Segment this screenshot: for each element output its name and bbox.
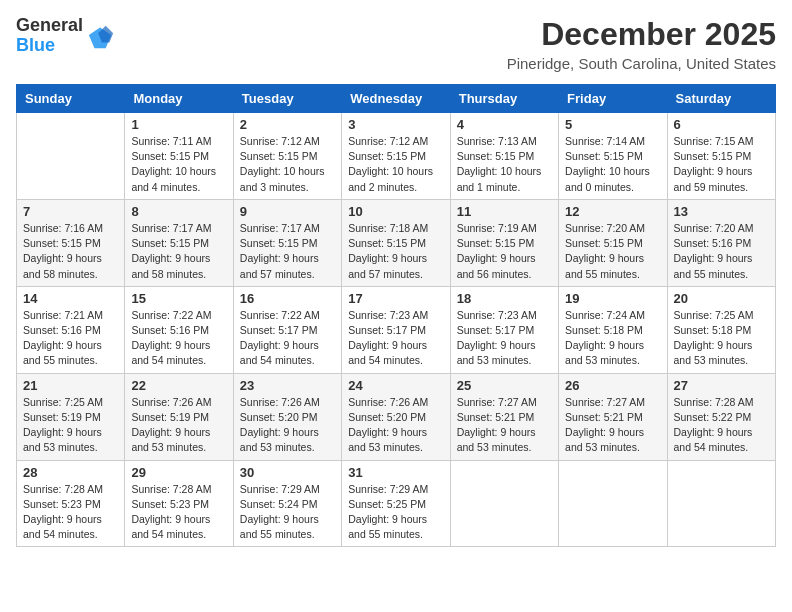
day-info: Sunrise: 7:25 AMSunset: 5:19 PMDaylight:… xyxy=(23,395,118,456)
calendar-week-row: 1Sunrise: 7:11 AMSunset: 5:15 PMDaylight… xyxy=(17,113,776,200)
calendar-week-row: 28Sunrise: 7:28 AMSunset: 5:23 PMDayligh… xyxy=(17,460,776,547)
day-info: Sunrise: 7:29 AMSunset: 5:24 PMDaylight:… xyxy=(240,482,335,543)
day-number: 11 xyxy=(457,204,552,219)
calendar-cell: 4Sunrise: 7:13 AMSunset: 5:15 PMDaylight… xyxy=(450,113,558,200)
day-number: 27 xyxy=(674,378,769,393)
day-info: Sunrise: 7:29 AMSunset: 5:25 PMDaylight:… xyxy=(348,482,443,543)
day-number: 2 xyxy=(240,117,335,132)
day-info: Sunrise: 7:22 AMSunset: 5:17 PMDaylight:… xyxy=(240,308,335,369)
day-number: 20 xyxy=(674,291,769,306)
day-info: Sunrise: 7:11 AMSunset: 5:15 PMDaylight:… xyxy=(131,134,226,195)
day-number: 21 xyxy=(23,378,118,393)
calendar-cell: 7Sunrise: 7:16 AMSunset: 5:15 PMDaylight… xyxy=(17,199,125,286)
day-number: 16 xyxy=(240,291,335,306)
calendar-cell: 27Sunrise: 7:28 AMSunset: 5:22 PMDayligh… xyxy=(667,373,775,460)
page-header: General Blue December 2025 Pineridge, So… xyxy=(16,16,776,72)
day-number: 12 xyxy=(565,204,660,219)
calendar-week-row: 21Sunrise: 7:25 AMSunset: 5:19 PMDayligh… xyxy=(17,373,776,460)
calendar-table: SundayMondayTuesdayWednesdayThursdayFrid… xyxy=(16,84,776,547)
day-number: 9 xyxy=(240,204,335,219)
calendar-cell: 28Sunrise: 7:28 AMSunset: 5:23 PMDayligh… xyxy=(17,460,125,547)
day-info: Sunrise: 7:23 AMSunset: 5:17 PMDaylight:… xyxy=(457,308,552,369)
calendar-cell: 3Sunrise: 7:12 AMSunset: 5:15 PMDaylight… xyxy=(342,113,450,200)
day-number: 22 xyxy=(131,378,226,393)
day-number: 4 xyxy=(457,117,552,132)
calendar-cell: 15Sunrise: 7:22 AMSunset: 5:16 PMDayligh… xyxy=(125,286,233,373)
calendar-cell: 26Sunrise: 7:27 AMSunset: 5:21 PMDayligh… xyxy=(559,373,667,460)
calendar-cell: 20Sunrise: 7:25 AMSunset: 5:18 PMDayligh… xyxy=(667,286,775,373)
calendar-cell xyxy=(559,460,667,547)
day-info: Sunrise: 7:12 AMSunset: 5:15 PMDaylight:… xyxy=(240,134,335,195)
day-header-wednesday: Wednesday xyxy=(342,85,450,113)
calendar-cell: 24Sunrise: 7:26 AMSunset: 5:20 PMDayligh… xyxy=(342,373,450,460)
day-info: Sunrise: 7:27 AMSunset: 5:21 PMDaylight:… xyxy=(565,395,660,456)
day-info: Sunrise: 7:23 AMSunset: 5:17 PMDaylight:… xyxy=(348,308,443,369)
month-title: December 2025 xyxy=(507,16,776,53)
calendar-cell: 12Sunrise: 7:20 AMSunset: 5:15 PMDayligh… xyxy=(559,199,667,286)
calendar-cell xyxy=(17,113,125,200)
day-info: Sunrise: 7:14 AMSunset: 5:15 PMDaylight:… xyxy=(565,134,660,195)
day-number: 1 xyxy=(131,117,226,132)
day-number: 24 xyxy=(348,378,443,393)
day-number: 28 xyxy=(23,465,118,480)
calendar-cell xyxy=(450,460,558,547)
calendar-cell: 14Sunrise: 7:21 AMSunset: 5:16 PMDayligh… xyxy=(17,286,125,373)
logo: General Blue xyxy=(16,16,115,56)
day-info: Sunrise: 7:27 AMSunset: 5:21 PMDaylight:… xyxy=(457,395,552,456)
day-info: Sunrise: 7:26 AMSunset: 5:20 PMDaylight:… xyxy=(240,395,335,456)
day-number: 5 xyxy=(565,117,660,132)
day-info: Sunrise: 7:12 AMSunset: 5:15 PMDaylight:… xyxy=(348,134,443,195)
day-number: 8 xyxy=(131,204,226,219)
calendar-cell: 10Sunrise: 7:18 AMSunset: 5:15 PMDayligh… xyxy=(342,199,450,286)
day-info: Sunrise: 7:20 AMSunset: 5:16 PMDaylight:… xyxy=(674,221,769,282)
day-header-sunday: Sunday xyxy=(17,85,125,113)
calendar-cell: 25Sunrise: 7:27 AMSunset: 5:21 PMDayligh… xyxy=(450,373,558,460)
calendar-cell: 13Sunrise: 7:20 AMSunset: 5:16 PMDayligh… xyxy=(667,199,775,286)
logo-icon xyxy=(87,22,115,50)
day-number: 25 xyxy=(457,378,552,393)
day-info: Sunrise: 7:26 AMSunset: 5:20 PMDaylight:… xyxy=(348,395,443,456)
day-number: 3 xyxy=(348,117,443,132)
day-number: 7 xyxy=(23,204,118,219)
calendar-header-row: SundayMondayTuesdayWednesdayThursdayFrid… xyxy=(17,85,776,113)
day-number: 6 xyxy=(674,117,769,132)
day-info: Sunrise: 7:19 AMSunset: 5:15 PMDaylight:… xyxy=(457,221,552,282)
day-header-monday: Monday xyxy=(125,85,233,113)
day-number: 23 xyxy=(240,378,335,393)
day-header-tuesday: Tuesday xyxy=(233,85,341,113)
calendar-cell: 6Sunrise: 7:15 AMSunset: 5:15 PMDaylight… xyxy=(667,113,775,200)
day-number: 13 xyxy=(674,204,769,219)
title-area: December 2025 Pineridge, South Carolina,… xyxy=(507,16,776,72)
calendar-cell: 9Sunrise: 7:17 AMSunset: 5:15 PMDaylight… xyxy=(233,199,341,286)
day-info: Sunrise: 7:28 AMSunset: 5:23 PMDaylight:… xyxy=(131,482,226,543)
day-number: 15 xyxy=(131,291,226,306)
day-info: Sunrise: 7:20 AMSunset: 5:15 PMDaylight:… xyxy=(565,221,660,282)
day-number: 31 xyxy=(348,465,443,480)
day-info: Sunrise: 7:21 AMSunset: 5:16 PMDaylight:… xyxy=(23,308,118,369)
day-info: Sunrise: 7:25 AMSunset: 5:18 PMDaylight:… xyxy=(674,308,769,369)
logo-line2: Blue xyxy=(16,36,83,56)
calendar-cell: 17Sunrise: 7:23 AMSunset: 5:17 PMDayligh… xyxy=(342,286,450,373)
calendar-cell: 18Sunrise: 7:23 AMSunset: 5:17 PMDayligh… xyxy=(450,286,558,373)
day-number: 26 xyxy=(565,378,660,393)
day-info: Sunrise: 7:18 AMSunset: 5:15 PMDaylight:… xyxy=(348,221,443,282)
day-number: 17 xyxy=(348,291,443,306)
location-title: Pineridge, South Carolina, United States xyxy=(507,55,776,72)
day-number: 10 xyxy=(348,204,443,219)
day-header-saturday: Saturday xyxy=(667,85,775,113)
calendar-cell: 22Sunrise: 7:26 AMSunset: 5:19 PMDayligh… xyxy=(125,373,233,460)
calendar-cell: 31Sunrise: 7:29 AMSunset: 5:25 PMDayligh… xyxy=(342,460,450,547)
day-header-friday: Friday xyxy=(559,85,667,113)
day-number: 18 xyxy=(457,291,552,306)
day-number: 30 xyxy=(240,465,335,480)
calendar-week-row: 7Sunrise: 7:16 AMSunset: 5:15 PMDaylight… xyxy=(17,199,776,286)
calendar-cell: 29Sunrise: 7:28 AMSunset: 5:23 PMDayligh… xyxy=(125,460,233,547)
day-info: Sunrise: 7:22 AMSunset: 5:16 PMDaylight:… xyxy=(131,308,226,369)
calendar-cell: 8Sunrise: 7:17 AMSunset: 5:15 PMDaylight… xyxy=(125,199,233,286)
calendar-cell: 2Sunrise: 7:12 AMSunset: 5:15 PMDaylight… xyxy=(233,113,341,200)
day-number: 29 xyxy=(131,465,226,480)
calendar-cell: 1Sunrise: 7:11 AMSunset: 5:15 PMDaylight… xyxy=(125,113,233,200)
day-info: Sunrise: 7:16 AMSunset: 5:15 PMDaylight:… xyxy=(23,221,118,282)
day-header-thursday: Thursday xyxy=(450,85,558,113)
calendar-cell: 23Sunrise: 7:26 AMSunset: 5:20 PMDayligh… xyxy=(233,373,341,460)
